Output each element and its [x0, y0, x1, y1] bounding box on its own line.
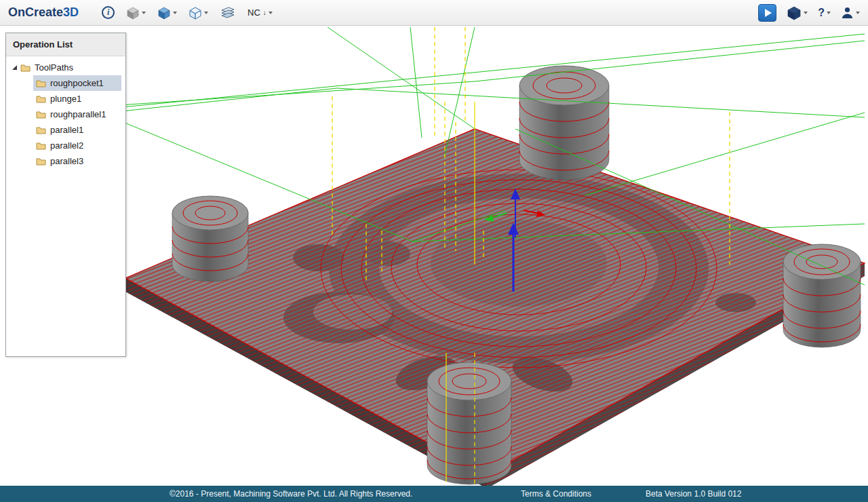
user-icon [841, 6, 854, 19]
tree-node-label: parallel1 [50, 125, 83, 135]
tree-node-toolpaths[interactable]: ToolPaths [6, 60, 125, 75]
info-icon: i [102, 6, 115, 19]
simulate-play-button[interactable] [758, 4, 776, 22]
dropdown-caret-icon [827, 12, 831, 14]
view-orientation-cube-icon [787, 5, 802, 20]
folder-icon [36, 95, 46, 103]
folder-icon [36, 111, 46, 119]
dropdown-caret-icon [856, 12, 860, 14]
tree-node-roughpocket1[interactable]: roughpocket1 [33, 75, 121, 91]
tree-node-label: parallel2 [50, 140, 83, 151]
folder-icon [36, 126, 46, 134]
viewport-canvas[interactable] [0, 26, 868, 486]
boss-left [172, 196, 248, 282]
stock-model-button[interactable] [126, 6, 146, 20]
tree-node-label: ToolPaths [35, 62, 73, 73]
tree-node-plunge1[interactable]: plunge1 [33, 91, 121, 107]
layers-button[interactable] [220, 6, 236, 19]
user-account-button[interactable] [841, 6, 860, 19]
help-menu-button[interactable]: ? [818, 7, 831, 19]
version-text: Beta Version 1.0 Build 012 [646, 489, 741, 499]
app-window: OnCreate3D i [0, 0, 868, 502]
toolbar: OnCreate3D i [0, 0, 868, 26]
view-mode-button[interactable] [189, 6, 208, 20]
logo-suffix: 3D [63, 5, 79, 19]
dropdown-caret-icon [173, 12, 177, 14]
help-icon: ? [818, 7, 825, 19]
dropdown-caret-icon [269, 12, 273, 14]
tree-node-parallel1[interactable]: parallel1 [33, 122, 121, 138]
logo-main: OnCreate [8, 5, 63, 19]
nc-label: NC [248, 7, 260, 18]
toolbar-right-group: ? [758, 4, 860, 22]
view-orientation-button[interactable] [787, 5, 808, 20]
toolpath-cube-icon [157, 6, 171, 20]
folder-icon [36, 157, 46, 166]
dropdown-caret-icon [142, 12, 146, 14]
boss-bottom [427, 362, 511, 484]
terms-link[interactable]: Terms & Conditions [521, 489, 591, 499]
toolbar-left-group: i [102, 6, 273, 20]
tree-node-label: plunge1 [50, 94, 81, 104]
tree-node-roughparallel1[interactable]: roughparallel1 [33, 107, 121, 122]
folder-icon [20, 64, 31, 72]
boss-top [519, 66, 609, 180]
tree-node-parallel3[interactable]: parallel3 [33, 153, 121, 169]
app-logo: OnCreate3D [8, 5, 79, 20]
info-button[interactable]: i [102, 6, 115, 19]
folder-icon [36, 79, 46, 88]
tree-node-label: parallel3 [50, 156, 83, 166]
tree-expander-icon[interactable] [12, 65, 17, 70]
viewport-3d: Operation List ToolPaths roughpocket1 [0, 26, 868, 486]
toolpath-display-button[interactable] [157, 6, 177, 20]
folder-icon [36, 142, 46, 150]
stock-cube-icon [126, 6, 140, 20]
view-cube-outline-icon [189, 6, 202, 20]
dropdown-caret-icon [804, 12, 808, 14]
layers-icon [220, 6, 236, 19]
status-bar: ©2016 - Present, Machining Software Pvt.… [0, 486, 868, 502]
panel-title: Operation List [6, 33, 125, 56]
tree-node-label: roughpocket1 [50, 78, 104, 88]
tree-node-label: roughparallel1 [50, 109, 106, 119]
copyright-text: ©2016 - Present, Machining Software Pvt.… [170, 489, 412, 499]
nc-export-button[interactable]: NC ↓ [248, 7, 273, 18]
operation-list-panel: Operation List ToolPaths roughpocket1 [5, 33, 126, 357]
boss-right [783, 244, 861, 347]
play-icon [765, 9, 772, 17]
tree-node-parallel2[interactable]: parallel2 [33, 138, 121, 153]
nc-down-arrow-icon: ↓ [263, 9, 267, 16]
toolpath-tree: ToolPaths roughpocket1 plunge1 [6, 56, 125, 169]
dropdown-caret-icon [204, 12, 208, 14]
